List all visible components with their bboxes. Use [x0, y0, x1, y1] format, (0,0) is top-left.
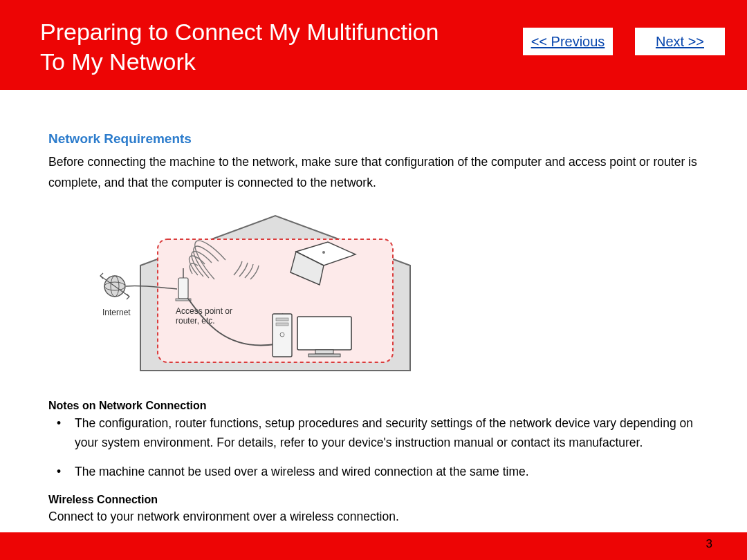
nav-buttons: << Previous Next >>: [523, 28, 725, 55]
previous-label: << Previous: [531, 34, 605, 50]
ap-label-1: Access point or: [176, 306, 232, 316]
wireless-heading: Wireless Connection: [48, 494, 709, 506]
previous-button[interactable]: << Previous: [523, 28, 613, 55]
svg-rect-15: [308, 354, 340, 357]
title-line-1: Preparing to Connect My Multifunction: [40, 19, 439, 45]
svg-rect-5: [178, 278, 188, 299]
svg-point-8: [322, 251, 325, 254]
header-bar: Preparing to Connect My Multifunction To…: [0, 0, 747, 90]
wireless-text: Connect to your network environment over…: [48, 507, 709, 525]
footer-strip: 3: [0, 532, 747, 560]
notes-list: The configuration, router functions, set…: [48, 413, 709, 481]
svg-rect-11: [276, 323, 288, 326]
next-label: Next >>: [656, 34, 704, 50]
svg-rect-13: [297, 317, 351, 350]
section-heading: Network Requirements: [48, 131, 709, 147]
list-item: The configuration, router functions, set…: [48, 413, 709, 452]
network-diagram-svg: Internet Access point or router, etc.: [95, 210, 434, 376]
notes-heading: Notes on Network Connection: [48, 400, 709, 412]
list-item: The machine cannot be used over a wirele…: [48, 462, 709, 481]
title-line-2: To My Network: [40, 48, 196, 75]
svg-rect-14: [315, 350, 333, 354]
network-diagram: Internet Access point or router, etc.: [95, 210, 709, 379]
next-button[interactable]: Next >>: [635, 28, 725, 55]
content-area: Network Requirements Before connecting t…: [0, 90, 747, 532]
internet-label: Internet: [102, 308, 131, 317]
globe-icon: [100, 273, 129, 299]
intro-text: Before connecting the machine to the net…: [48, 152, 709, 194]
page-number: 3: [706, 537, 712, 551]
page-title: Preparing to Connect My Multifunction To…: [40, 17, 439, 76]
desktop-icon: [273, 314, 351, 357]
svg-rect-10: [276, 318, 288, 321]
